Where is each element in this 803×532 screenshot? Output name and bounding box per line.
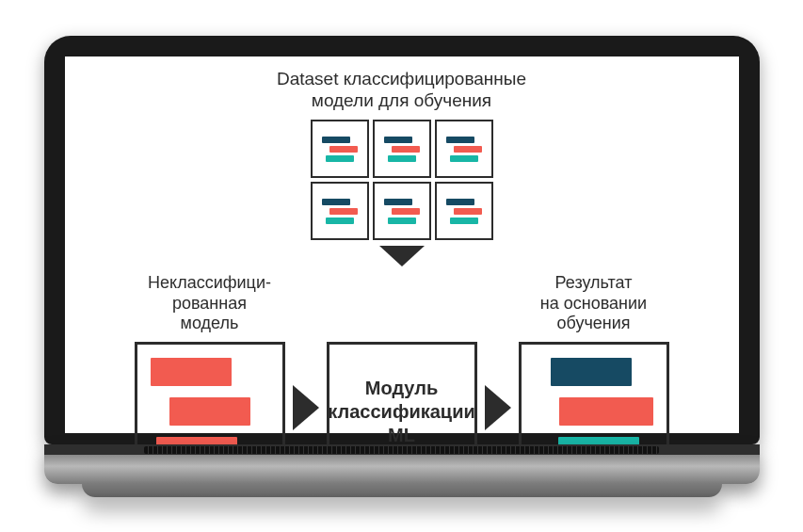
dataset-title-line1: Dataset классифицированные bbox=[277, 69, 526, 89]
dataset-sample bbox=[435, 182, 493, 240]
module-line3: ML bbox=[388, 425, 415, 445]
diagram-canvas: Dataset классифицированные модели для об… bbox=[65, 56, 739, 433]
arrow-right-icon bbox=[293, 385, 319, 430]
module-line2: классификации bbox=[328, 401, 474, 422]
laptop-keyboard bbox=[44, 444, 760, 484]
bar-icon bbox=[551, 358, 632, 386]
arrow-right-icon bbox=[485, 385, 511, 430]
screen-bezel: Dataset классифицированные модели для об… bbox=[44, 36, 760, 444]
bar-icon bbox=[151, 358, 232, 386]
dataset-sample bbox=[311, 182, 369, 240]
module-line1: Модуль bbox=[365, 378, 438, 398]
dataset-title: Dataset классифицированные модели для об… bbox=[86, 68, 718, 113]
dataset-title-line2: модели для обучения bbox=[312, 90, 491, 110]
result-label: Результат на основании обучения bbox=[540, 272, 647, 334]
dataset-sample bbox=[435, 120, 493, 178]
input-label: Неклассифици- рованная модель bbox=[148, 272, 271, 334]
bar-icon bbox=[559, 397, 653, 426]
laptop-base bbox=[82, 484, 722, 497]
bar-icon bbox=[169, 397, 250, 426]
arrow-down-icon bbox=[379, 246, 425, 266]
laptop-mockup: Dataset классифицированные модели для об… bbox=[44, 36, 760, 497]
dataset-sample bbox=[373, 182, 431, 240]
dataset-sample bbox=[311, 120, 369, 178]
dataset-grid bbox=[86, 120, 718, 240]
dataset-sample bbox=[373, 120, 431, 178]
